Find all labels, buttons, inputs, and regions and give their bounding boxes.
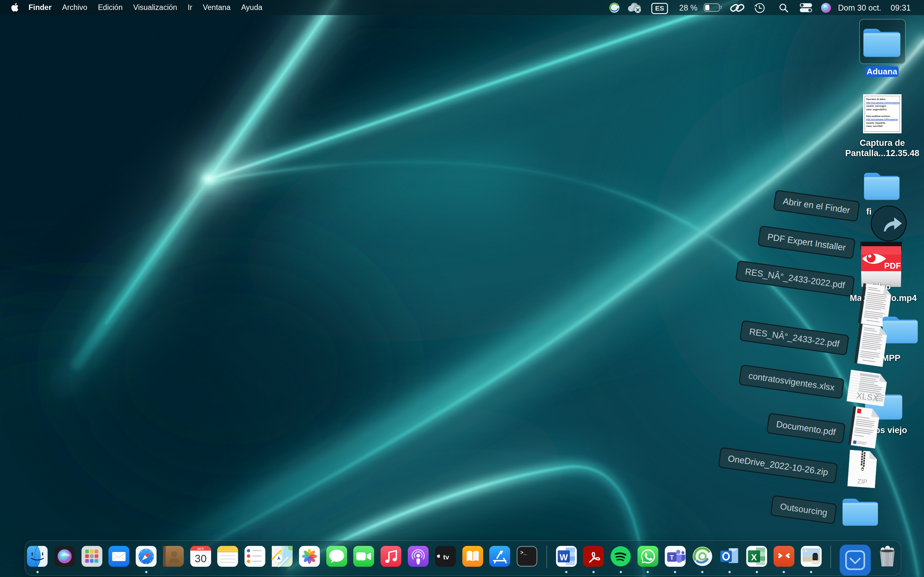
svg-text:X: X — [751, 552, 757, 562]
svg-text:OCT.: OCT. — [197, 547, 204, 550]
svg-text:ZIP: ZIP — [857, 478, 868, 485]
svg-text:PDF: PDF — [884, 261, 901, 271]
svg-text:>_: >_ — [520, 550, 527, 556]
svg-text:W: W — [559, 552, 568, 562]
svg-text:tv: tv — [443, 553, 449, 561]
svg-text:30: 30 — [195, 553, 207, 564]
svg-text:T: T — [670, 554, 674, 561]
